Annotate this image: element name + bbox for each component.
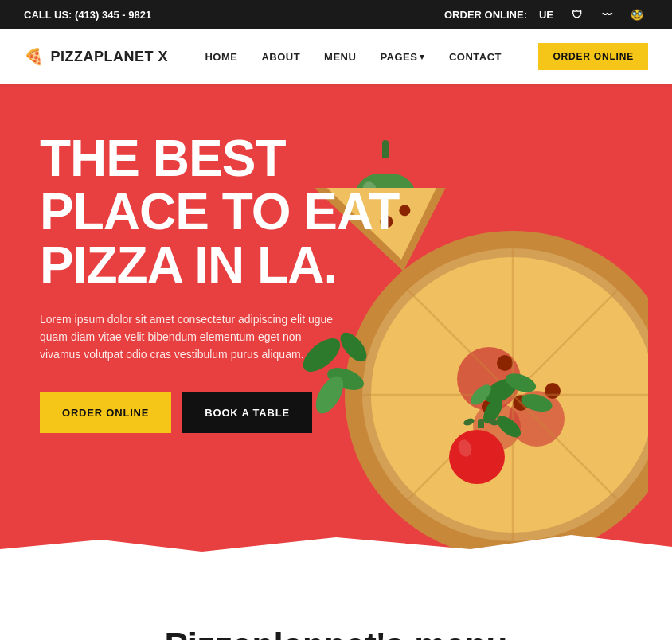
nav-contact[interactable]: CONTACT [449, 51, 502, 63]
phone-info: CALL US: (413) 345 - 9821 [24, 9, 151, 21]
menu-section-title: Pizzaplannet's menu [40, 626, 632, 640]
nav-about[interactable]: ABOUT [261, 51, 300, 63]
order-online-label: ORDER ONLINE: [444, 9, 527, 21]
uber-eats-icon[interactable]: UE [535, 3, 557, 25]
postmates-icon[interactable]: 🥸 [626, 3, 648, 25]
top-bar: CALL US: (413) 345 - 9821 ORDER ONLINE: … [0, 0, 672, 29]
menu-section: Pizzaplannet's menu [0, 578, 672, 640]
navbar: 🍕 PIZZAPLANET X HOME ABOUT MENU PAGES ▾ … [0, 29, 672, 84]
phone-number: (413) 345 - 9821 [75, 9, 151, 21]
order-online-hero-button[interactable]: ORDER ONLINE [40, 392, 171, 433]
grubhub-icon[interactable]: 〰 [596, 3, 618, 25]
book-table-button[interactable]: BOOK A TABLE [182, 392, 312, 433]
hero-section: THE BEST PLACE TO EAT PIZZA IN LA. Lorem… [0, 84, 672, 578]
order-online-bar: ORDER ONLINE: UE 🛡 〰 🥸 [444, 3, 648, 25]
hero-description: Lorem ipsum dolor sit amet consectetur a… [40, 310, 342, 364]
nav-home[interactable]: HOME [205, 51, 237, 63]
nav-pages[interactable]: PAGES ▾ [380, 51, 425, 63]
doordash-icon[interactable]: 🛡 [565, 3, 588, 25]
brush-stroke-decoration [0, 530, 672, 578]
svg-point-15 [545, 383, 561, 399]
hero-title: THE BEST PLACE TO EAT PIZZA IN LA. [40, 132, 406, 293]
logo-icon: 🍕 [24, 47, 45, 66]
logo-text: PIZZAPLANET X [51, 49, 169, 65]
nav-links: HOME ABOUT MENU PAGES ▾ CONTACT [205, 51, 502, 63]
hero-content: THE BEST PLACE TO EAT PIZZA IN LA. Lorem… [40, 132, 406, 433]
logo[interactable]: 🍕 PIZZAPLANET X [24, 47, 168, 66]
chevron-down-icon: ▾ [420, 52, 425, 62]
hero-buttons: ORDER ONLINE BOOK A TABLE [40, 392, 406, 433]
svg-point-12 [497, 355, 513, 371]
order-online-button[interactable]: ORDER ONLINE [538, 43, 648, 70]
phone-label: CALL US: [24, 9, 72, 21]
nav-menu[interactable]: MENU [324, 51, 356, 63]
